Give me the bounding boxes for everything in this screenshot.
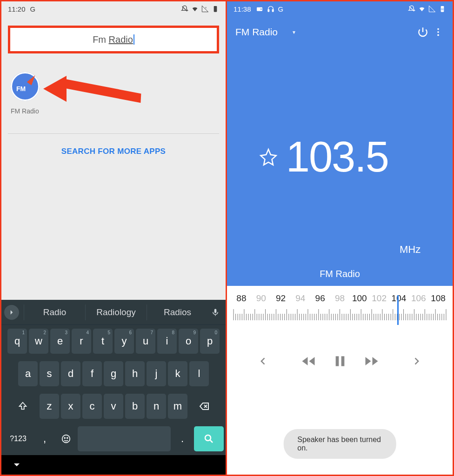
suggestion-1[interactable]: Radio [24,304,85,320]
shift-key[interactable] [8,394,38,419]
key-f[interactable]: f [82,361,102,386]
favorite-star-icon[interactable] [259,148,278,166]
power-icon [417,26,429,38]
key-v[interactable]: v [104,394,123,419]
dial-label-90: 90 [251,293,271,304]
key-b[interactable]: b [125,394,145,419]
toast-message: Speaker has been turned on. [283,429,396,459]
key-e[interactable]: e3 [50,329,70,354]
suggestion-2[interactable]: Radiology [85,304,147,320]
symbols-key[interactable]: ?123 [3,426,33,451]
overflow-menu-button[interactable] [432,23,444,41]
key-x[interactable]: x [61,394,80,419]
app-result[interactable]: FM FM Radio [1,53,226,119]
backspace-icon [199,401,210,412]
nav-collapse-icon[interactable] [13,461,21,469]
mic-button[interactable] [208,308,223,317]
frequency-dial[interactable]: 889092949698100102104106108 [227,286,453,326]
chevron-left-icon [259,357,268,366]
key-w[interactable]: w2 [29,329,48,354]
key-i[interactable]: i8 [157,329,177,354]
key-m[interactable]: m [168,394,187,419]
google-icon: G [30,5,36,13]
emoji-key[interactable] [56,426,76,451]
search-more-apps-link[interactable]: SEARCH FOR MORE APPS [1,134,226,169]
status-app-icons: G [30,5,181,13]
prev-station-button[interactable] [254,352,273,370]
key-n[interactable]: n [147,394,166,419]
key-k[interactable]: k [168,361,187,386]
svg-text:x: x [205,6,207,9]
radio-status-icon [256,5,263,13]
search-input[interactable]: Fm Radio [10,34,217,45]
svg-rect-118 [341,356,344,366]
search-key[interactable] [194,426,224,451]
app-title[interactable]: FM Radio [235,26,278,38]
next-station-button[interactable] [407,352,426,370]
svg-point-3 [62,435,70,443]
svg-point-13 [437,28,439,30]
key-r[interactable]: r4 [72,329,91,354]
forward-icon [363,353,380,370]
emoji-icon [61,434,71,444]
search-icon [203,433,214,444]
app-result-label: FM Radio [11,107,216,115]
svg-point-5 [67,437,68,438]
wifi-icon [191,5,199,13]
dial-label-92: 92 [271,293,291,304]
signal-icon [428,5,436,13]
key-a[interactable]: a [18,361,38,386]
seek-back-button[interactable] [299,352,318,370]
key-o[interactable]: o9 [179,329,198,354]
key-d[interactable]: d [61,361,80,386]
key-c[interactable]: c [82,394,102,419]
fm-radio-app-icon[interactable]: FM [11,72,40,101]
key-s[interactable]: s [40,361,59,386]
dial-ruler[interactable] [232,307,448,326]
space-key[interactable] [78,426,171,451]
dial-label-88: 88 [232,293,251,304]
keyboard: Radio Radiology Radios q1w2e3r4t5y6u7i8o… [1,300,226,475]
expand-suggestions-button[interactable] [4,305,19,320]
key-z[interactable]: z [40,394,59,419]
frequency-display: 103.5 MHz [227,45,453,269]
key-g[interactable]: g [104,361,123,386]
dial-label-104: 104 [389,293,409,304]
dial-labels: 889092949698100102104106108 [232,293,448,304]
svg-point-6 [205,435,211,441]
comma-key[interactable]: , [35,426,54,451]
key-q[interactable]: q1 [7,329,27,354]
svg-rect-1 [214,6,217,12]
status-icons: x [181,5,219,13]
svg-point-15 [437,34,439,36]
dial-label-98: 98 [330,293,350,304]
status-bar-left: 11:20 G x [1,1,226,16]
clock: 11:20 [8,5,26,13]
app-bar: FM Radio ▼ [227,16,453,45]
annotation-arrow [43,72,146,100]
seek-forward-button[interactable] [362,352,381,370]
key-y[interactable]: y6 [114,329,134,354]
nav-bar [1,455,226,475]
pause-icon [333,354,347,369]
svg-rect-9 [268,9,269,12]
dial-label-108: 108 [428,293,448,304]
backspace-key[interactable] [189,394,219,419]
dial-label-106: 106 [409,293,428,304]
key-j[interactable]: j [147,361,166,386]
key-p[interactable]: p0 [200,329,220,354]
key-l[interactable]: l [189,361,209,386]
pause-button[interactable] [331,352,349,370]
period-key[interactable]: . [173,426,192,451]
svg-point-8 [260,8,262,10]
rewind-icon [300,353,317,370]
google-icon: G [278,5,284,13]
key-t[interactable]: t5 [93,329,113,354]
suggestion-3[interactable]: Radios [147,304,208,320]
dial-pointer[interactable] [397,295,399,325]
power-button[interactable] [414,23,432,41]
key-h[interactable]: h [125,361,145,386]
more-vert-icon [433,27,443,37]
key-u[interactable]: u7 [136,329,155,354]
dropdown-icon[interactable]: ▼ [292,30,296,35]
